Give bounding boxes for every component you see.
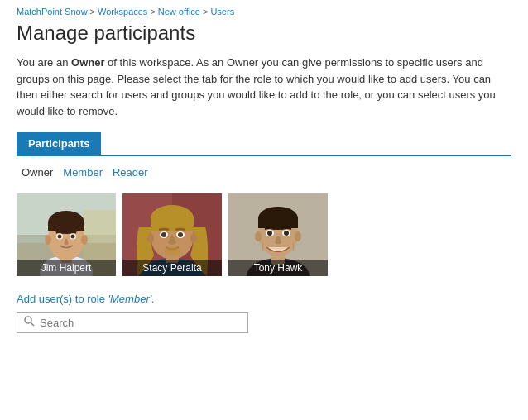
svg-point-26 [161,232,166,237]
svg-point-41 [284,231,289,236]
breadcrumb: MatchPoint Snow > Workspaces > New offic… [17,7,511,17]
svg-point-42 [25,317,31,323]
svg-point-9 [45,235,51,245]
svg-point-27 [178,232,183,237]
svg-point-36 [255,231,262,241]
breadcrumb-sep-1: > [90,7,95,17]
svg-point-10 [81,235,88,245]
participants-grid: Jim Halpert [17,193,511,276]
tab-owner[interactable]: Owner [17,165,58,180]
participant-stacy[interactable]: Stacy Peralta [122,193,222,276]
search-icon [24,316,35,329]
svg-rect-8 [48,222,84,231]
role-tabs: Owner Member Reader [17,165,511,180]
tab-bar: Participants [17,132,511,156]
svg-rect-35 [258,217,298,228]
participant-jim[interactable]: Jim Halpert [17,193,116,276]
participant-name-tony: Tony Hawk [228,260,328,276]
participant-tony[interactable]: Tony Hawk [228,193,328,276]
search-box[interactable] [17,312,248,333]
add-user-role: 'Member'. [108,293,155,305]
svg-point-40 [267,231,272,236]
tab-reader[interactable]: Reader [108,165,153,180]
svg-point-14 [71,235,75,239]
add-user-label-text: Add user(s) to role [17,293,108,305]
add-user-section: Add user(s) to role 'Member'. [17,293,511,333]
page-title: Manage participants [17,21,511,45]
participant-name-jim: Jim Halpert [17,260,116,276]
breadcrumb-matchpoint[interactable]: MatchPoint Snow [17,7,88,17]
search-input[interactable] [40,317,241,329]
breadcrumb-users[interactable]: Users [210,7,234,17]
participants-tab[interactable]: Participants [17,132,101,155]
breadcrumb-workspaces[interactable]: Workspaces [98,7,147,17]
tab-member[interactable]: Member [58,165,108,180]
breadcrumb-sep-2: > [150,7,155,17]
add-user-label: Add user(s) to role 'Member'. [17,293,511,305]
svg-line-43 [31,323,35,327]
participant-name-stacy: Stacy Peralta [122,260,222,276]
svg-point-22 [147,233,154,243]
owner-bold: Owner [71,56,104,69]
breadcrumb-sep-3: > [203,7,208,17]
svg-point-23 [190,233,197,243]
svg-point-13 [58,235,62,239]
svg-point-28 [164,246,180,256]
description-text: You are an Owner of this workspace. As a… [17,55,511,119]
svg-point-37 [295,231,301,241]
svg-rect-21 [151,217,194,231]
breadcrumb-new-office[interactable]: New office [158,7,200,17]
